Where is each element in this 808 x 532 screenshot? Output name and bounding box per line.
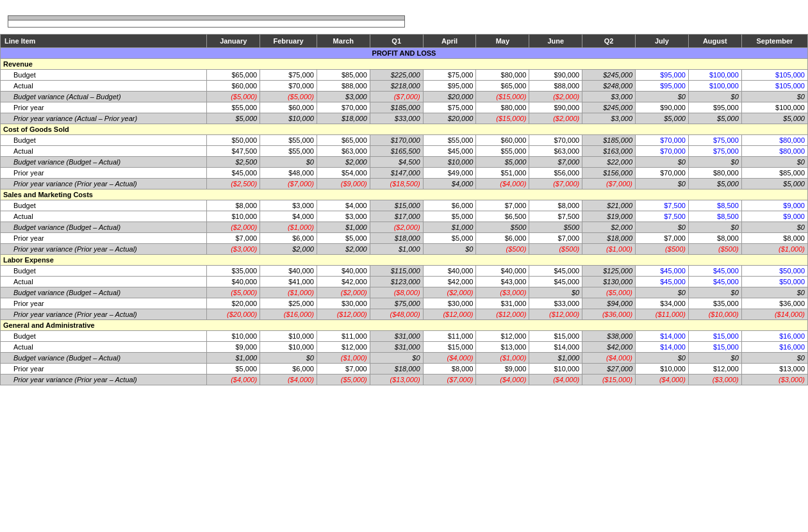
col-q2: Q2 [582, 35, 636, 48]
cell-value: $40,000 [476, 266, 529, 277]
cell-value: $7,000 [476, 200, 529, 211]
cell-value: ($2,000) [529, 92, 582, 102]
cell-value: $80,000 [741, 135, 807, 146]
category-title: Labor Expense [1, 255, 808, 266]
cell-value: $75,000 [423, 70, 476, 81]
cell-value: $25,000 [260, 298, 317, 309]
cell-value: $14,000 [636, 331, 689, 342]
cell-value: $7,500 [636, 211, 689, 222]
table-row: Prior year$55,000$60,000$70,000$185,000$… [1, 102, 808, 113]
col-july: July [636, 35, 689, 48]
cell-value: ($12,000) [317, 309, 370, 320]
cell-value: $85,000 [741, 168, 807, 179]
cell-value: $55,000 [260, 135, 317, 146]
table-row: Budget variance (Actual – Budget)($5,000… [1, 92, 808, 102]
cell-value: ($8,000) [370, 287, 423, 298]
row-label: Prior year [1, 298, 207, 309]
cell-value: $6,000 [423, 200, 476, 211]
cell-value: $63,000 [529, 146, 582, 157]
cell-value: $10,000 [207, 331, 260, 342]
cell-value: $8,500 [688, 200, 741, 211]
cell-value: ($3,000) [688, 375, 741, 385]
cell-value: $0 [636, 287, 689, 298]
cell-value: $15,000 [423, 342, 476, 353]
cell-value: $225,000 [370, 70, 423, 81]
cell-value: ($5,000) [582, 287, 636, 298]
row-label: Actual [1, 277, 207, 287]
cell-value: $10,000 [529, 364, 582, 375]
cell-value: ($4,000) [423, 353, 476, 364]
cell-value: $7,000 [636, 233, 689, 244]
table-row: Actual$10,000$4,000$3,000$17,000$5,000$6… [1, 211, 808, 222]
cell-value: $11,000 [423, 331, 476, 342]
cell-value: $45,000 [636, 277, 689, 287]
cell-value: ($500) [636, 244, 689, 255]
cell-value: $0 [688, 92, 741, 102]
table-row: Prior year$20,000$25,000$30,000$75,000$3… [1, 298, 808, 309]
cell-value: $51,000 [476, 168, 529, 179]
cell-value: $0 [688, 157, 741, 168]
cell-value: $18,000 [317, 113, 370, 124]
cell-value: $36,000 [741, 298, 807, 309]
cell-value: $70,000 [260, 81, 317, 92]
cell-value: $0 [688, 353, 741, 364]
cell-value: ($4,000) [529, 375, 582, 385]
cell-value: $33,000 [529, 298, 582, 309]
cell-value: ($48,000) [370, 309, 423, 320]
cell-value: $14,000 [636, 342, 689, 353]
cell-value: $156,000 [582, 168, 636, 179]
cell-value: $85,000 [317, 70, 370, 81]
cell-value: $1,000 [423, 222, 476, 233]
cell-value: $18,000 [370, 364, 423, 375]
cell-value: $5,000 [423, 211, 476, 222]
cell-value: $7,000 [207, 233, 260, 244]
cell-value: $40,000 [207, 277, 260, 287]
cell-value: $0 [741, 287, 807, 298]
table-header-row: Line Item January February March Q1 Apri… [1, 35, 808, 48]
cell-value: $8,000 [207, 200, 260, 211]
cell-value: $43,000 [476, 277, 529, 287]
cell-value: $115,000 [370, 266, 423, 277]
row-label: Budget variance (Budget – Actual) [1, 287, 207, 298]
cell-value: $75,000 [688, 146, 741, 157]
cell-value: $60,000 [476, 135, 529, 146]
cell-value: $94,000 [582, 298, 636, 309]
cell-value: $65,000 [317, 135, 370, 146]
row-label: Actual [1, 81, 207, 92]
cell-value: $60,000 [207, 81, 260, 92]
cell-value: $12,000 [317, 342, 370, 353]
row-label: Actual [1, 211, 207, 222]
cell-value: $10,000 [636, 364, 689, 375]
row-label: Budget variance (Budget – Actual) [1, 222, 207, 233]
model-key [8, 15, 405, 28]
cell-value: $41,000 [260, 277, 317, 287]
cell-value: $8,000 [688, 233, 741, 244]
cell-value: $9,000 [207, 342, 260, 353]
cell-value: $8,000 [423, 364, 476, 375]
table-row: Budget$35,000$40,000$40,000$115,000$40,0… [1, 266, 808, 277]
cell-value: $48,000 [260, 168, 317, 179]
cell-value: ($1,000) [317, 353, 370, 364]
cell-value: $15,000 [688, 342, 741, 353]
cell-value: $70,000 [529, 135, 582, 146]
cell-value: $7,000 [529, 157, 582, 168]
cell-value: $75,000 [423, 102, 476, 113]
cell-value: $70,000 [636, 146, 689, 157]
cell-value: $8,500 [688, 211, 741, 222]
cell-value: $7,000 [317, 364, 370, 375]
table-row: Prior year variance (Prior year – Actual… [1, 179, 808, 189]
cell-value: $0 [636, 353, 689, 364]
cell-value: $50,000 [207, 135, 260, 146]
table-row: Budget variance (Budget – Actual)$1,000$… [1, 353, 808, 364]
row-label: Prior year [1, 168, 207, 179]
cell-value: ($500) [688, 244, 741, 255]
cell-value: $5,000 [688, 113, 741, 124]
cell-value: $5,000 [423, 233, 476, 244]
cell-value: $40,000 [317, 266, 370, 277]
cell-value: $45,000 [207, 168, 260, 179]
cell-value: $2,000 [317, 157, 370, 168]
cell-value: $0 [741, 222, 807, 233]
cell-value: ($15,000) [582, 375, 636, 385]
col-line-item: Line Item [1, 35, 207, 48]
cell-value: $31,000 [370, 342, 423, 353]
